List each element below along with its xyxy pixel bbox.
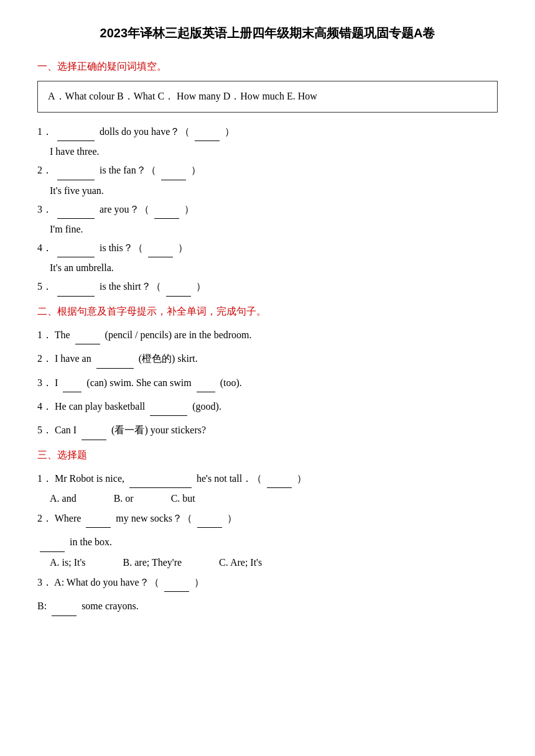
section3-q3-b: B: some crayons. <box>37 597 498 615</box>
s3q1-circle[interactable] <box>267 487 292 488</box>
section1-q2-answer: It's five yuan. <box>50 185 498 196</box>
s3q2-circle[interactable] <box>197 527 222 528</box>
section1-options: A．What colour B．What C． How many D．How m… <box>48 91 317 101</box>
q4-blank[interactable] <box>57 257 95 257</box>
s2q2-blank[interactable] <box>96 368 134 369</box>
section2-header: 二、根据句意及首字母提示，补全单词，完成句子。 <box>37 305 498 318</box>
section3-q2-sub: in the box. <box>37 533 498 551</box>
q2-circle[interactable] <box>161 180 186 180</box>
section1-options-box: A．What colour B．What C． How many D．How m… <box>37 81 498 113</box>
q1-blank[interactable] <box>57 141 95 141</box>
q1-circle[interactable] <box>195 141 220 141</box>
section1-q1-answer: I have three. <box>50 146 498 157</box>
q5-circle[interactable] <box>166 296 191 297</box>
s2q5-blank[interactable] <box>81 440 106 440</box>
page-title: 2023年译林三起版英语上册四年级期末高频错题巩固专题A卷 <box>37 25 498 42</box>
section2-q4: 4． He can play basketball (good). <box>37 397 498 416</box>
s3q1-option-b[interactable]: B. or <box>114 493 134 504</box>
s3q2-sub-blank[interactable] <box>40 551 65 552</box>
section1-q4-answer: It's an umbrella. <box>50 262 498 274</box>
s2q3-blank2[interactable] <box>197 392 215 392</box>
section2-q1: 1． The (pencil / pencils) are in the bed… <box>37 326 498 344</box>
section3-q1: 1． Mr Robot is nice, he's not tall．（ ） <box>37 469 498 488</box>
section1-header: 一、选择正确的疑问词填空。 <box>37 60 498 73</box>
s3q3-blank[interactable] <box>52 615 77 616</box>
section3-q3: 3． A: What do you have？（ ） <box>37 573 498 592</box>
s3q2-option-c[interactable]: C. Are; It's <box>219 557 262 568</box>
section2-q5: 5． Can I (看一看) your stickers? <box>37 421 498 440</box>
section2-q2: 2． I have an (橙色的) skirt. <box>37 349 498 368</box>
s3q1-blank[interactable] <box>129 487 192 488</box>
s3q3-circle[interactable] <box>164 591 189 592</box>
q2-blank[interactable] <box>57 180 95 180</box>
s2q1-blank[interactable] <box>75 344 100 344</box>
s3q1-options-row: A. and B. or C. but <box>50 493 498 504</box>
s3q1-option-a[interactable]: A. and <box>50 493 77 504</box>
section1-q3-answer: I'm fine. <box>50 224 498 235</box>
s3q1-option-c[interactable]: C. but <box>171 493 195 504</box>
q4-circle[interactable] <box>148 257 173 257</box>
section3-header: 三、选择题 <box>37 449 498 462</box>
q3-circle[interactable] <box>154 218 179 219</box>
q3-blank[interactable] <box>57 218 95 219</box>
section1-q4: 4． is this？（ ） <box>37 239 498 257</box>
s3q2-options-row: A. is; It's B. are; They're C. Are; It's <box>50 557 498 568</box>
s2q4-blank[interactable] <box>150 415 187 416</box>
s3q2-blank[interactable] <box>86 527 111 528</box>
s3q2-option-a[interactable]: A. is; It's <box>50 557 86 568</box>
s2q3-blank1[interactable] <box>63 392 81 392</box>
section1-q1: 1． dolls do you have？（ ） <box>37 122 498 141</box>
section3-q2: 2． Where my new socks？（ ） <box>37 509 498 528</box>
section2-q3: 3． I (can) swim. She can swim (too). <box>37 374 498 392</box>
q5-blank[interactable] <box>57 296 95 297</box>
s3q2-option-b[interactable]: B. are; They're <box>123 557 182 568</box>
section1-q2: 2． is the fan？（ ） <box>37 161 498 180</box>
section1-q3: 3． are you？（ ） <box>37 200 498 219</box>
section1-q5: 5． is the shirt？（ ） <box>37 277 498 296</box>
